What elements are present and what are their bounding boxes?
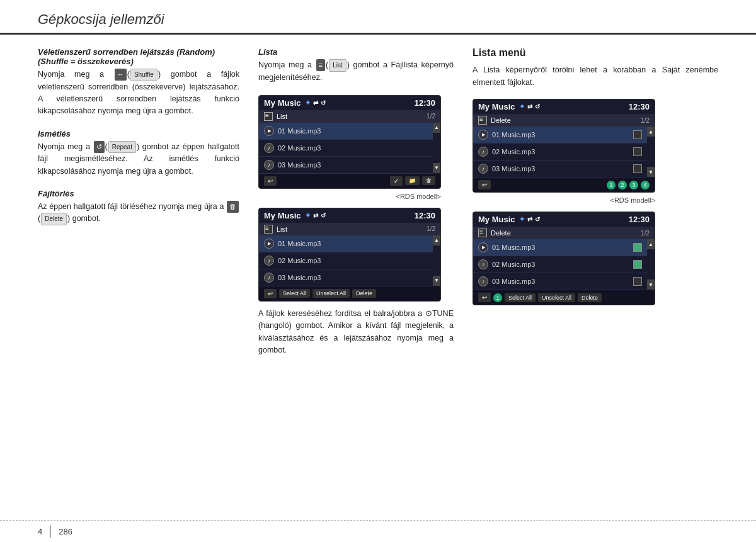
repeat-icon-r2: ↺ (535, 216, 540, 223)
checkbox-r2-2[interactable] (633, 260, 642, 269)
col-middle: Lista Nyomja meg a ≡(List) gombot a Fájl… (258, 47, 454, 368)
screen-r1-pagination: 1/2 (641, 117, 650, 124)
screen-r2-row-1[interactable]: 01 Music.mp3 (473, 239, 647, 256)
scroll-up-btn-r2[interactable]: ▲ (647, 239, 655, 249)
screen-r2-row3-text: 03 Music.mp3 (492, 278, 633, 285)
repeat-text: Nyomja meg a ↺(Repeat) gombot az éppen h… (38, 141, 239, 178)
page-title: Gépkocsija jellemzői (38, 11, 718, 28)
screen-r1-caption: <RDS modell> (472, 196, 655, 204)
screen2-tab: List (277, 225, 287, 233)
delete-btn[interactable]: Delete (352, 289, 376, 298)
shuffle-title: Véletlenszerű sorrendben lejátszás (Rand… (38, 47, 239, 66)
main-content: Véletlenszerű sorrendben lejátszás (Rand… (0, 35, 756, 380)
screen1-time: 12:30 (415, 98, 435, 108)
screen-r2-row-2[interactable]: 02 Music.mp3 (473, 256, 647, 273)
screen1-rows-wrap: 01 Music.mp3 02 Music.mp3 03 Music.mp3 ▲… (259, 123, 440, 174)
repeat-button[interactable]: Repeat (108, 141, 136, 154)
list-button[interactable]: List (329, 59, 346, 72)
num-badge-4: 4 (641, 181, 650, 189)
num-badge-1: 1 (607, 181, 616, 189)
checkbox-r2-1[interactable] (633, 243, 642, 252)
col-right: Lista menü A Lista képernyőről törölni l… (472, 47, 718, 368)
screen2-row-2[interactable]: 02 Music.mp3 (259, 252, 433, 269)
music-icon-s2-3 (264, 273, 274, 283)
repeat-icon: ↺ (94, 141, 105, 153)
scroll-down-btn-r1[interactable]: ▼ (647, 167, 655, 177)
select-all-btn[interactable]: Select All (279, 289, 310, 298)
screen1-pagination: 1/2 (427, 113, 435, 120)
lista-text: Nyomja meg a ≡(List) gombot a Fájllista … (258, 59, 454, 84)
screen1-row-1[interactable]: 01 Music.mp3 (259, 123, 433, 140)
scroll-up-btn-2[interactable]: ▲ (433, 235, 440, 246)
lista-section: Lista Nyomja meg a ≡(List) gombot a Fájl… (258, 47, 454, 84)
screen2-header: My Music ✦ ⇄ ↺ 12:30 (259, 208, 440, 223)
screen-r1-rows-wrap: 01 Music.mp3 02 Music.mp3 03 Music.mp3 (473, 127, 655, 178)
delete-title: Fájltörlés (38, 189, 239, 198)
checkbox-r1-2[interactable] (633, 147, 642, 156)
screen1-footer: ↩ ✓ 📁 🗑 (259, 174, 440, 188)
folder-icon: 📁 (405, 176, 420, 185)
checkmark-icon: ✓ (390, 176, 403, 186)
page-header: Gépkocsija jellemzői (0, 0, 756, 35)
screen2-app-name: My Music (264, 211, 301, 220)
back-icon-2[interactable]: ↩ (264, 289, 277, 298)
scroll-up-btn-r1[interactable]: ▲ (647, 127, 655, 137)
screen1-row-2[interactable]: 02 Music.mp3 (259, 140, 433, 157)
select-all-btn-r2[interactable]: Select All (505, 293, 536, 302)
scroll-down-btn-2[interactable]: ▼ (433, 276, 440, 286)
checkbox-r1-1[interactable] (633, 130, 642, 139)
screen2-rows: 01 Music.mp3 02 Music.mp3 03 Music.mp3 (259, 235, 433, 286)
music-icon-2 (264, 143, 274, 153)
screen-r1-scrollbar: ▲ ▼ (647, 127, 655, 178)
repeat3-icon: ↺ (321, 212, 326, 219)
trash-icon[interactable]: 🗑 (422, 176, 435, 185)
screen1-row1-text: 01 Music.mp3 (278, 127, 428, 135)
screen2-pagination: 1/2 (427, 225, 435, 232)
screen-r1-row-1[interactable]: 01 Music.mp3 (473, 127, 647, 144)
checkbox-r2-3[interactable] (633, 277, 642, 286)
screen2-row1-text: 01 Music.mp3 (278, 240, 428, 247)
music-icon-s2-2 (264, 256, 274, 266)
screen-r2-rows-wrap: 01 Music.mp3 02 Music.mp3 03 Music.mp3 (473, 239, 655, 290)
screen2-row-1[interactable]: 01 Music.mp3 (259, 235, 433, 252)
screen1-tab: List (277, 113, 287, 120)
shuffle-button[interactable]: Shuffle (130, 69, 158, 81)
delete-btn-r2[interactable]: Delete (578, 293, 602, 302)
screen1-row-3[interactable]: 03 Music.mp3 (259, 157, 433, 174)
screen1-caption: <RDS modell> (258, 193, 441, 200)
screen1-rows: 01 Music.mp3 02 Music.mp3 03 Music.mp3 (259, 123, 433, 174)
num-badge-2: 2 (618, 181, 627, 189)
screen-r1-row-3[interactable]: 03 Music.mp3 (473, 161, 647, 178)
music-icon-r2-3 (478, 276, 488, 286)
screen-r2-footer: ↩ 1 Select All Unselect All Delete (473, 290, 655, 305)
screen1-app-name: My Music (264, 98, 301, 108)
signal-icon-2: ⇄ (313, 212, 318, 219)
scroll-up-btn[interactable]: ▲ (433, 123, 440, 133)
unselect-all-btn[interactable]: Unselect All (312, 289, 350, 298)
checkbox-r1-3[interactable] (633, 164, 642, 173)
back-icon-r2[interactable]: ↩ (478, 293, 491, 302)
repeat2-icon: ↺ (321, 99, 326, 106)
screen-r1-row2-text: 02 Music.mp3 (492, 148, 633, 155)
scroll-down-btn-r2[interactable]: ▼ (647, 279, 655, 290)
bluetooth-icon-r2: ✦ (519, 215, 525, 223)
screen-r2-row-3[interactable]: 03 Music.mp3 (473, 273, 647, 290)
screen-r2-row2-text: 02 Music.mp3 (492, 261, 633, 268)
back-icon-r1[interactable]: ↩ (478, 180, 491, 189)
delete-button[interactable]: Delete (41, 213, 67, 225)
screen-r1-app-name: My Music (478, 102, 515, 111)
shuffle-text: Nyomja meg a ↔(Shuffle) gombot a fájlok … (38, 69, 239, 118)
scroll-down-btn[interactable]: ▼ (433, 163, 440, 173)
screen-r2-header: My Music ✦ ⇄ ↺ 12:30 (473, 212, 655, 227)
screen2-row3-text: 03 Music.mp3 (278, 274, 428, 281)
screen-r2-time: 12:30 (629, 215, 650, 224)
bluetooth-icon-2: ✦ (305, 212, 311, 220)
screen-r1-row-2[interactable]: 02 Music.mp3 (473, 144, 647, 161)
back-icon[interactable]: ↩ (264, 176, 277, 186)
screen2-row-3[interactable]: 03 Music.mp3 (259, 269, 433, 286)
music-icon-r1-2 (478, 147, 488, 157)
section-shuffle: Véletlenszerű sorrendben lejátszás (Rand… (38, 47, 239, 118)
play-icon-r1-1 (478, 130, 488, 140)
music-icon-3 (264, 160, 274, 170)
unselect-all-btn-r2[interactable]: Unselect All (538, 293, 575, 302)
